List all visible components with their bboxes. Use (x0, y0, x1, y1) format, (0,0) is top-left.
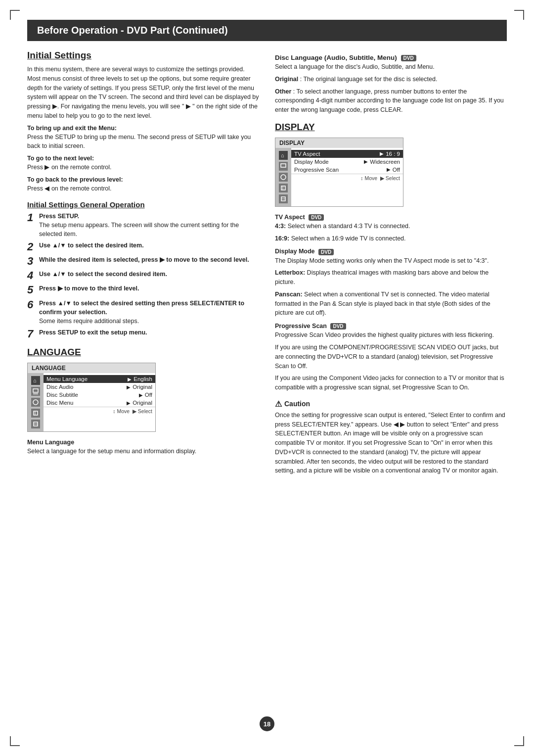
progressive-scan-body2: If you are using the COMPONENT/PROGRESSI… (275, 343, 507, 371)
display-menu-body: ⌂ (275, 148, 403, 206)
disc-language-original: Original : The original language set for… (275, 75, 507, 84)
display-mode-subsection: Display Mode DVD The Display Mode settin… (275, 248, 507, 318)
disp-row-1: TV Aspect ▶ 16 : 9 (291, 150, 403, 158)
to-bring-up-label: To bring up and exit the Menu: (27, 125, 259, 132)
initial-settings-section: Initial Settings In this menu system, th… (27, 50, 259, 193)
step-3-number: 3 (27, 255, 37, 267)
menu-language-subsection: Menu Language Select a language for the … (27, 439, 259, 456)
tv-aspect-badge: DVD (309, 214, 324, 221)
step-1: 1 Press SETUP. The setup menu appears. T… (27, 212, 259, 238)
step-6-number: 6 (27, 299, 37, 311)
display-menu-icons: ⌂ (275, 148, 291, 206)
language-menu-icons: ⌂ (28, 373, 44, 431)
language-menu-header: LANGUAGE (28, 363, 155, 373)
corner-mark-tr (514, 10, 524, 20)
svg-point-3 (33, 400, 38, 405)
disc-language-badge: DVD (401, 55, 416, 61)
progressive-scan-body3: If you are using the Component Video jac… (275, 374, 507, 392)
lang-row-1: Menu Language ▶ English (44, 375, 155, 383)
lang-icon-2 (31, 387, 40, 396)
to-go-next-label: To go to the next level: (27, 155, 259, 162)
lang-row-3: Disc Subtitle ▶ Off (44, 391, 155, 399)
language-menu-footer: ↕ Move ▶ Select (44, 407, 155, 415)
initial-settings-general-title: Initial Settings General Operation (27, 200, 259, 209)
display-mode-body: The Display Mode setting works only when… (275, 256, 507, 266)
display-menu-header: DISPLAY (275, 138, 403, 148)
progressive-scan-subsection: Progressive Scan DVD Progressive Scan Vi… (275, 323, 507, 392)
disc-language-section: Disc Language (Audio, Subtitle, Menu) DV… (275, 54, 507, 115)
corner-mark-tl (10, 10, 20, 20)
disp-icon-1: ⌂ (279, 151, 288, 160)
to-bring-up-body: Press the SETUP to bring up the menu. Th… (27, 133, 259, 151)
disc-language-title: Disc Language (Audio, Subtitle, Menu) DV… (275, 54, 507, 61)
lang-icon-5 (31, 420, 40, 428)
left-column: Initial Settings In this menu system, th… (27, 50, 259, 482)
svg-text:⌂: ⌂ (33, 378, 37, 383)
tv-aspect-43: 4:3: Select when a standard 4:3 TV is co… (275, 222, 507, 231)
to-go-next-body: Press ▶ on the remote control. (27, 163, 259, 172)
right-column: Disc Language (Audio, Subtitle, Menu) DV… (275, 50, 507, 482)
step-5: 5 Press ▶ to move to the third level. (27, 284, 259, 296)
svg-text:⌂: ⌂ (281, 152, 284, 158)
step-3: 3 While the desired item is selected, pr… (27, 255, 259, 267)
language-menu-box: LANGUAGE ⌂ (27, 363, 156, 432)
disp-icon-4 (279, 184, 288, 192)
display-mode-title: Display Mode DVD (275, 248, 507, 255)
step-7: 7 Press SETUP to exit the setup menu. (27, 328, 259, 340)
step-7-text: Press SETUP to exit the setup menu. (39, 328, 259, 337)
svg-rect-4 (34, 411, 38, 415)
disc-language-other: Other : To select another language, pres… (275, 87, 507, 115)
step-2-text: Use ▲/▼ to select the desired item. (39, 241, 259, 250)
progressive-scan-title: Progressive Scan DVD (275, 323, 507, 330)
disp-row-3: Progressive Scan ▶ Off (291, 166, 403, 174)
display-menu-rows: TV Aspect ▶ 16 : 9 Display Mode ▶ Widesc… (291, 148, 403, 206)
language-menu-body: ⌂ (28, 373, 155, 431)
step-6-text: Press ▲/▼ to select the desired setting … (39, 299, 259, 326)
to-go-back-label: To go back to the previous level: (27, 176, 259, 183)
disp-icon-2 (279, 162, 288, 171)
step-6: 6 Press ▲/▼ to select the desired settin… (27, 299, 259, 326)
initial-settings-title: Initial Settings (27, 50, 259, 61)
caution-section: ⚠ Caution Once the setting for progressi… (275, 399, 507, 475)
page-number: 18 (260, 716, 274, 731)
corner-mark-br (514, 736, 524, 746)
caution-icon: ⚠ (275, 399, 282, 409)
caution-title: ⚠ Caution (275, 399, 507, 409)
progressive-scan-body1: Progressive Scan Video provides the high… (275, 331, 507, 340)
display-menu-footer: ↕ Move ▶ Select (291, 174, 403, 182)
step-7-number: 7 (27, 328, 37, 340)
menu-language-title: Menu Language (27, 439, 259, 446)
disc-language-body: Select a language for the disc's Audio, … (275, 62, 507, 72)
letterbox-text: Letterbox: Displays theatrical images wi… (275, 268, 507, 287)
step-2-number: 2 (27, 241, 37, 253)
tv-aspect-subsection: TV Aspect DVD 4:3: Select when a standar… (275, 214, 507, 243)
display-menu-box: DISPLAY ⌂ (275, 138, 403, 207)
display-title: DISPLAY (275, 122, 507, 133)
to-go-back-body: Press ◀ on the remote control. (27, 184, 259, 193)
step-5-number: 5 (27, 284, 37, 296)
progressive-scan-badge: DVD (330, 323, 346, 330)
menu-language-body: Select a language for the setup menu and… (27, 447, 259, 456)
initial-settings-general-section: Initial Settings General Operation 1 Pre… (27, 200, 259, 340)
lang-row-4: Disc Menu ▶ Original (44, 399, 155, 407)
steps-list: 1 Press SETUP. The setup menu appears. T… (27, 212, 259, 340)
svg-rect-1 (33, 389, 38, 392)
step-1-number: 1 (27, 212, 37, 224)
svg-rect-9 (281, 164, 286, 167)
language-title: LANGUAGE (27, 347, 259, 358)
disp-icon-5 (279, 194, 288, 203)
step-4-text: Use ▲/▼ to select the second desired ite… (39, 270, 259, 279)
step-4-number: 4 (27, 270, 37, 282)
lang-icon-4 (31, 409, 40, 418)
lang-icon-1: ⌂ (31, 376, 40, 385)
panscan-text: Panscan: Select when a conventional TV s… (275, 290, 507, 318)
lang-icon-3 (31, 398, 40, 407)
header-title: Before Operation - DVD Part (Continued) (37, 25, 228, 36)
corner-mark-bl (10, 736, 20, 746)
page-header: Before Operation - DVD Part (Continued) (27, 20, 507, 41)
initial-settings-body: In this menu system, there are several w… (27, 65, 259, 121)
display-mode-badge: DVD (318, 249, 334, 255)
disp-row-2: Display Mode ▶ Widescreen (291, 158, 403, 166)
step-5-text: Press ▶ to move to the third level. (39, 284, 259, 293)
display-section: DISPLAY DISPLAY ⌂ (275, 122, 507, 475)
